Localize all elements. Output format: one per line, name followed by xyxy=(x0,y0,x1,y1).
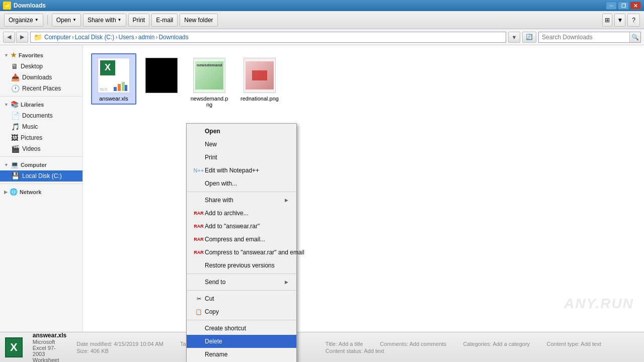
ctx-sep-3 xyxy=(187,290,296,291)
computer-header[interactable]: ▼ 💻 Computer xyxy=(0,159,83,170)
ctx-compress-answear-email[interactable]: RARCompress to "answear.rar" and email xyxy=(187,246,296,259)
network-header[interactable]: ▶ 🌐 Network xyxy=(0,186,83,198)
path-computer[interactable]: Computer xyxy=(44,34,71,41)
newsdemand-icon: newsdemand xyxy=(193,58,225,93)
close-button[interactable]: ✕ xyxy=(630,2,641,10)
sidebar-item-pictures[interactable]: 🖼 Pictures xyxy=(0,132,83,143)
network-arrow: ▶ xyxy=(4,190,8,195)
new-folder-button[interactable]: New folder xyxy=(180,14,217,27)
ctx-share-with[interactable]: Share with ▶ xyxy=(187,194,296,207)
forward-button[interactable]: ▶ xyxy=(16,32,28,43)
refresh-button[interactable]: 🔄 xyxy=(522,32,536,43)
file-item-black[interactable] xyxy=(139,53,184,99)
sidebar-item-desktop[interactable]: 🖥 Desktop xyxy=(0,61,83,72)
network-section: ▶ 🌐 Network xyxy=(0,186,83,198)
ctx-compress-email[interactable]: RARCompress and email... xyxy=(187,233,296,246)
organize-button[interactable]: Organize ▼ xyxy=(4,14,43,27)
minimize-button[interactable]: ─ xyxy=(606,2,617,10)
print-button[interactable]: Print xyxy=(128,14,150,27)
desktop-icon: 🖥 xyxy=(11,62,18,70)
status-filename: answear.xls xyxy=(33,332,66,339)
ctx-rar2-icon: RAR xyxy=(195,222,203,230)
computer-section: ▼ 💻 Computer 💾 Local Disk (C:) xyxy=(0,159,83,182)
file-item-newsdemand[interactable]: newsdemand newsdemand.png xyxy=(187,53,232,111)
file-thumb-rednational xyxy=(241,56,279,94)
file-thumb-black xyxy=(143,56,181,94)
ctx-send-to[interactable]: Send to ▶ xyxy=(187,276,296,289)
localdisk-icon: 💾 xyxy=(11,172,20,180)
sidebar-item-recent[interactable]: 🕐 Recent Places xyxy=(0,83,83,94)
restore-button[interactable]: ❐ xyxy=(618,2,629,10)
path-users[interactable]: Users xyxy=(118,34,134,41)
ctx-copy[interactable]: 📋Copy xyxy=(187,305,296,318)
recent-icon: 🕐 xyxy=(11,84,20,93)
libraries-header[interactable]: ▼ 📚 Libraries xyxy=(0,99,83,110)
libraries-section: ▼ 📚 Libraries 📄 Documents 🎵 Music 🖼 Pict… xyxy=(0,99,83,154)
path-downloads[interactable]: Downloads xyxy=(158,34,188,41)
path-localdisk[interactable]: Local Disk (C:) xyxy=(75,34,115,41)
file-thumb-answear: X XLS xyxy=(95,56,133,94)
sidebar-item-downloads[interactable]: 📥 Downloads xyxy=(0,72,83,83)
svg-rect-0 xyxy=(114,87,117,91)
help-button[interactable]: ? xyxy=(627,14,640,27)
documents-icon: 📄 xyxy=(11,112,20,120)
panel-divider-1 xyxy=(0,96,83,97)
favorites-header[interactable]: ▼ ★ Favorites xyxy=(0,49,83,61)
toolbar: Organize ▼ Open ▼ Share with ▼ Print E-m… xyxy=(0,11,644,29)
open-dropdown-arrow: ▼ xyxy=(72,18,76,22)
libraries-icon: 📚 xyxy=(11,101,19,108)
ctx-restore-versions[interactable]: Restore previous versions xyxy=(187,259,296,272)
ctx-rename-icon xyxy=(195,350,203,358)
file-item-answear[interactable]: X XLS answear.xls xyxy=(91,53,136,105)
ctx-rar4-icon: RAR xyxy=(195,248,203,256)
email-button[interactable]: E-mail xyxy=(151,14,178,27)
address-path[interactable]: 📁 Computer › Local Disk (C:) › Users › a… xyxy=(30,32,506,43)
ctx-notepad[interactable]: N++Edit with Notepad++ xyxy=(187,164,296,177)
excel-chart-icon xyxy=(114,80,128,91)
file-label-answear: answear.xls xyxy=(99,96,128,102)
svg-rect-2 xyxy=(122,82,125,91)
file-item-rednational[interactable]: rednational.png xyxy=(237,53,282,105)
ctx-print[interactable]: Print xyxy=(187,151,296,164)
ctx-open[interactable]: Open xyxy=(187,125,296,138)
status-file-icon: X xyxy=(5,337,23,357)
ctx-open-icon xyxy=(195,127,203,135)
status-right: Title: Add a title Comments: Add comment… xyxy=(326,340,639,354)
path-admin[interactable]: admin xyxy=(138,34,155,41)
sidebar-item-documents[interactable]: 📄 Documents xyxy=(0,110,83,121)
ctx-delete[interactable]: Delete xyxy=(187,335,296,348)
watermark: ANY.RUN xyxy=(564,296,634,312)
view-options-button[interactable]: ⊞ xyxy=(602,14,612,27)
videos-icon: 🎬 xyxy=(11,145,20,153)
ctx-new[interactable]: New xyxy=(187,138,296,151)
status-filetype: Microsoft Excel 97-2003 Worksheet xyxy=(33,339,66,363)
path-dropdown-button[interactable]: ▼ xyxy=(508,32,520,43)
search-button[interactable]: 🔍 xyxy=(629,32,640,42)
sidebar-item-videos[interactable]: 🎬 Videos xyxy=(0,143,83,154)
ctx-cut[interactable]: ✂Cut xyxy=(187,292,296,305)
ctx-rename[interactable]: Rename xyxy=(187,348,296,361)
ctx-add-archive[interactable]: RARAdd to archive... xyxy=(187,207,296,220)
status-info: answear.xls Microsoft Excel 97-2003 Work… xyxy=(33,332,66,363)
computer-icon: 💻 xyxy=(11,161,19,168)
ctx-add-answear-rar[interactable]: RARAdd to "answear.rar" xyxy=(187,220,296,233)
sidebar-item-music[interactable]: 🎵 Music xyxy=(0,121,83,132)
sidebar-item-localdisk[interactable]: 💾 Local Disk (C:) xyxy=(0,170,83,182)
ctx-create-shortcut[interactable]: Create shortcut xyxy=(187,322,296,335)
share-with-button[interactable]: Share with ▼ xyxy=(83,14,126,27)
ctx-print-icon xyxy=(195,153,203,161)
view-dropdown-button[interactable]: ▼ xyxy=(614,14,625,27)
ctx-rar1-icon: RAR xyxy=(195,209,203,217)
toolbar-separator-1 xyxy=(47,15,48,25)
search-input[interactable] xyxy=(539,32,629,42)
file-label-rednational: rednational.png xyxy=(240,96,279,102)
ctx-shortcut-icon xyxy=(195,324,203,332)
content-area: X XLS answear.xls xyxy=(83,45,644,332)
ctx-openwith-icon xyxy=(195,179,203,188)
back-button[interactable]: ◀ xyxy=(3,32,15,43)
file-label-newsdemand: newsdemand.png xyxy=(190,96,229,108)
open-button[interactable]: Open ▼ xyxy=(52,14,81,27)
ctx-open-with[interactable]: Open with... xyxy=(187,177,296,190)
title-bar-icon: 📁 xyxy=(3,2,11,10)
computer-arrow: ▼ xyxy=(4,162,9,167)
